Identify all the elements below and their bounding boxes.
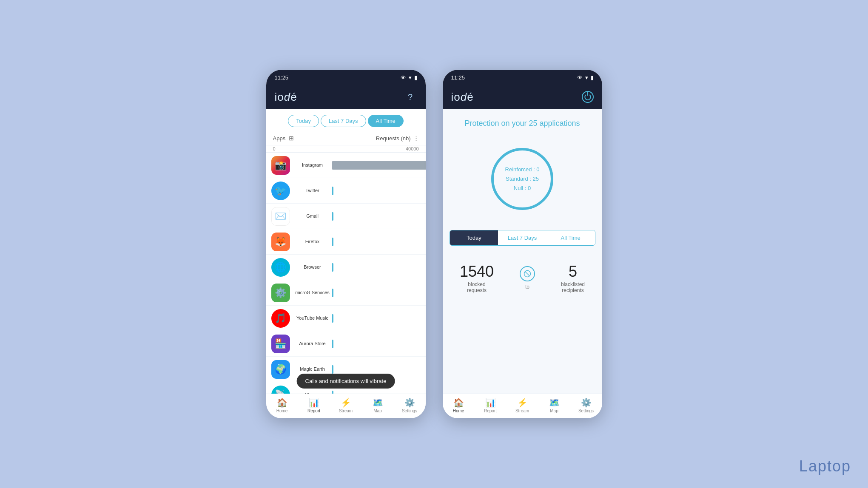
status-icons-right: 👁 ▾ ▮ [577, 74, 594, 81]
blacklisted-number: 5 [569, 263, 577, 281]
blocked-requests-block: 1540 blockedrequests [460, 263, 494, 293]
app-name-microg: microG Services [293, 290, 332, 295]
range-max: 40000 [406, 146, 419, 151]
right-phone: 11:25 👁 ▾ ▮ iodé Protection on your 25 a… [443, 70, 602, 418]
bar-gmail [332, 212, 333, 221]
list-item[interactable]: 🌐 Browser [266, 255, 426, 280]
eye-icon-right: 👁 [577, 74, 583, 81]
list-item[interactable]: 🦊 Firefox [266, 229, 426, 255]
app-name-instagram: Instagram [293, 162, 332, 168]
blacklisted-label: blacklistedrecipients [561, 281, 585, 293]
time-filter: Today Last 7 Days All Time [450, 230, 595, 246]
status-bar-right: 11:25 👁 ▾ ▮ [443, 70, 602, 85]
bottom-nav-left: 🏠 Home 📊 Report ⚡ Stream 🗺️ Map ⚙️ Setti… [266, 394, 426, 418]
bar-twitter [332, 187, 333, 195]
nav-report-label: Report [307, 409, 320, 413]
app-bar-right: iodé [443, 85, 602, 109]
nav-settings-label-right: Settings [578, 409, 594, 413]
requests-label: Requests (nb) [376, 135, 411, 142]
home-icon-right: 🏠 [453, 397, 464, 408]
nav-settings-left[interactable]: ⚙️ Settings [399, 397, 420, 413]
bar-area [332, 155, 426, 175]
donut-null: Null : 0 [505, 184, 540, 193]
list-item[interactable]: 🐦 Twitter [266, 178, 426, 204]
twitter-icon: 🐦 [271, 182, 290, 200]
app-name-magicearth: Magic Earth [293, 366, 332, 372]
wifi-icon-right: ▾ [585, 74, 588, 81]
firefox-icon: 🦊 [271, 233, 290, 251]
time-tab-today[interactable]: Today [450, 230, 498, 245]
bar-firefox [332, 238, 333, 246]
status-bar-left: 11:25 👁 ▾ ▮ [266, 70, 426, 85]
nav-report-left[interactable]: 📊 Report [303, 397, 324, 413]
left-phone-content: Today Last 7 Days All Time Apps ⊞ Reques… [266, 109, 426, 394]
microg-icon: ⚙️ [271, 284, 290, 302]
app-title-left: iodé [275, 91, 297, 104]
eye-icon: 👁 [401, 74, 406, 81]
app-name-firefox: Firefox [293, 239, 332, 244]
nav-stream-label: Stream [339, 409, 353, 413]
bar-area [332, 206, 421, 226]
bar-area [332, 334, 421, 354]
nav-settings-right[interactable]: ⚙️ Settings [575, 397, 597, 413]
nav-stream-label-right: Stream [515, 409, 529, 413]
apps-label: Apps [273, 135, 286, 142]
nav-report-right[interactable]: 📊 Report [480, 397, 501, 413]
range-min: 0 [273, 146, 276, 151]
donut-standard: Standard : 25 [505, 174, 540, 184]
tab-today[interactable]: Today [288, 115, 319, 127]
nav-home-label: Home [276, 409, 288, 413]
blocked-number: 1540 [460, 263, 494, 281]
list-item[interactable]: ✉️ Gmail [266, 204, 426, 229]
time-tab-last7[interactable]: Last 7 Days [498, 230, 546, 245]
tab-alltime[interactable]: All Time [368, 115, 404, 127]
time-left: 11:25 [275, 74, 289, 81]
donut-container: Reinforced : 0 Standard : 25 Null : 0 [443, 132, 602, 226]
time-tab-alltime[interactable]: All Time [546, 230, 595, 245]
list-item[interactable]: 📸 Instagram [266, 153, 426, 178]
aurora-icon: 🏪 [271, 335, 290, 353]
more-icon[interactable]: ⋮ [413, 135, 419, 142]
list-item[interactable]: ⚙️ microG Services [266, 280, 426, 306]
nav-stream-left[interactable]: ⚡ Stream [335, 397, 356, 413]
nav-report-label-right: Report [484, 409, 497, 413]
list-item[interactable]: 🏪 Aurora Store [266, 331, 426, 357]
bar-browser [332, 263, 333, 272]
ytmusic-icon: 🎵 [271, 309, 290, 328]
home-content: Protection on your 25 applications Reinf… [443, 109, 602, 394]
nav-home-left[interactable]: 🏠 Home [271, 397, 293, 413]
list-header: Apps ⊞ Requests (nb) ⋮ [266, 131, 426, 145]
app-list: 📸 Instagram 🐦 Twitter ✉️ [266, 153, 426, 394]
tab-last7[interactable]: Last 7 Days [321, 115, 366, 127]
nav-settings-label: Settings [402, 409, 417, 413]
report-icon-right: 📊 [485, 397, 496, 408]
app-title-right: iodé [451, 91, 474, 104]
protection-title: Protection on your 25 applications [443, 109, 602, 132]
stream-nav-icon-right: ⚡ [517, 397, 528, 408]
home-icon: 🏠 [277, 397, 287, 408]
nav-home-right[interactable]: 🏠 Home [448, 397, 469, 413]
app-name-aurora: Aurora Store [293, 341, 332, 346]
bar-instagram [332, 161, 426, 170]
stream-icon: 📡 [271, 386, 290, 394]
help-icon[interactable]: ? [404, 90, 417, 104]
block-icon [520, 266, 535, 281]
nav-map-right[interactable]: 🗺️ Map [544, 397, 565, 413]
donut-wrap: Reinforced : 0 Standard : 25 Null : 0 [484, 141, 561, 217]
nav-map-left[interactable]: 🗺️ Map [367, 397, 388, 413]
list-item[interactable]: 🎵 YouTube Music [266, 306, 426, 331]
bar-microg [332, 289, 333, 297]
power-icon[interactable] [582, 91, 594, 103]
bottom-nav-right: 🏠 Home 📊 Report ⚡ Stream 🗺️ Map ⚙️ Setti… [443, 394, 602, 418]
app-bar-left: iodé ? [266, 85, 426, 109]
stat-separator: to [520, 266, 535, 290]
time-right: 11:25 [451, 74, 465, 81]
stream-nav-icon: ⚡ [341, 397, 351, 408]
nav-map-label: Map [373, 409, 381, 413]
nav-stream-right[interactable]: ⚡ Stream [512, 397, 533, 413]
bar-area [332, 308, 421, 328]
settings-icon: ⚙️ [404, 397, 415, 408]
left-phone: 11:25 👁 ▾ ▮ iodé ? Today Last 7 Days All… [266, 70, 426, 418]
toast-message: Calls and notifications will vibrate [297, 374, 395, 389]
nav-home-label-right: Home [453, 409, 464, 413]
